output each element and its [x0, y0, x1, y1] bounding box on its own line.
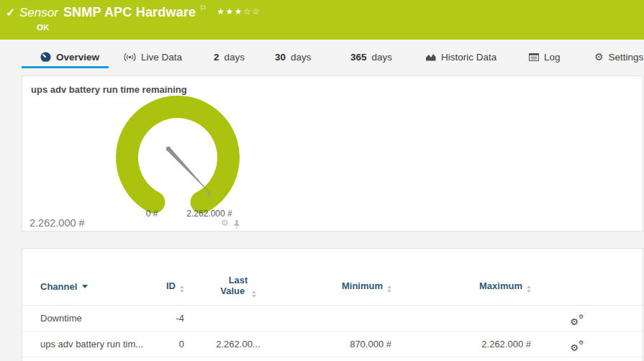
column-label: Channel: [40, 281, 77, 292]
tab-log[interactable]: Log: [529, 47, 561, 66]
area-chart-icon: [426, 53, 436, 61]
gear-icon-small: ⚙: [579, 314, 584, 320]
table-row-downtime[interactable]: Downtime -4 ⚙⚙: [22, 306, 643, 332]
channel-name[interactable]: ups adv battery run tim...: [22, 339, 155, 349]
channel-minimum: 870.000 #: [292, 339, 391, 349]
channel-id: -4: [155, 313, 184, 324]
gauge-chart: [100, 89, 255, 219]
gauge-arc: [127, 107, 229, 203]
tab-2-days[interactable]: 2 days: [214, 47, 245, 66]
tab-settings[interactable]: ⚙ Settings: [594, 47, 643, 66]
column-label: Last Value: [220, 275, 248, 296]
channel-id: 0: [155, 339, 184, 349]
tab-overview[interactable]: Overview: [40, 47, 99, 66]
tab-label: Log: [544, 52, 561, 63]
tab-label: Live Data: [141, 52, 182, 63]
gear-icon-small: ⚙: [579, 339, 584, 346]
gauge-scale-max: 2.262.000 #: [166, 209, 253, 219]
stars-empty[interactable]: ☆☆: [243, 6, 261, 17]
column-label: Maximum: [479, 280, 522, 291]
active-tab-underline: [22, 66, 109, 68]
gauge-settings-gear-icon[interactable]: ⚙: [221, 218, 229, 228]
tab-number: 365: [350, 52, 367, 63]
tab-label: Overview: [56, 52, 99, 63]
tab-label: Historic Data: [441, 52, 496, 63]
channel-maximum: 2.262.000 #: [391, 339, 531, 349]
tab-30-days[interactable]: 30 days: [275, 47, 312, 66]
channel-last-value: 2.262.00...: [184, 339, 292, 349]
gear-icon: ⚙: [594, 51, 604, 63]
channel-name[interactable]: Downtime: [22, 313, 155, 324]
sensor-title-line: SensorSNMP APC Hardware⚐★★★☆☆: [19, 4, 261, 20]
page-title: SNMP APC Hardware: [63, 5, 196, 19]
status-badge: OK: [37, 23, 49, 32]
object-kind-label: Sensor: [19, 6, 58, 19]
sensor-status-header: ✓ SensorSNMP APC Hardware⚐★★★☆☆ OK: [0, 0, 644, 40]
tab-label: days: [372, 52, 393, 63]
prtg-sensor-page: ✓ SensorSNMP APC Hardware⚐★★★☆☆ OK Overv…: [0, 0, 644, 361]
table-header-row: Channel ID Last Value Minimum Maximum: [22, 249, 643, 306]
log-icon: [529, 53, 539, 61]
column-label: ID: [166, 280, 176, 291]
mean-marker: x̄: [207, 191, 210, 199]
column-header-minimum[interactable]: Minimum: [292, 280, 391, 293]
priority-stars[interactable]: ★★★☆☆: [217, 6, 260, 17]
tab-number: 30: [275, 52, 286, 63]
tab-label: days: [291, 52, 312, 63]
column-header-last-value[interactable]: Last Value: [184, 275, 292, 298]
gauge-panel: ups adv battery run time remaining x̄ 0 …: [22, 76, 643, 232]
stars-filled[interactable]: ★★★: [217, 6, 243, 17]
gear-icon: ⚙: [570, 342, 579, 353]
tab-number: 2: [214, 52, 219, 63]
tab-label: Settings: [609, 52, 644, 63]
priority-flag-icon[interactable]: ⚐: [199, 4, 207, 12]
status-check-icon: ✓: [6, 6, 15, 19]
column-header-maximum[interactable]: Maximum: [391, 280, 531, 293]
sort-desc-icon: [82, 285, 88, 288]
column-label: Minimum: [342, 280, 383, 291]
tab-label: days: [225, 52, 245, 63]
tab-365-days[interactable]: 365 days: [350, 47, 392, 66]
sort-icon: [527, 285, 531, 293]
table-row-battery-runtime[interactable]: ups adv battery run tim... 0 2.262.00...…: [22, 332, 643, 357]
gauge-current-value: 2.262.000 #: [30, 217, 85, 229]
gauge-icon: [40, 52, 51, 63]
sort-icon: [252, 291, 256, 298]
pin-icon[interactable]: [233, 220, 240, 229]
tab-live-data[interactable]: Live Data: [124, 47, 182, 66]
channel-table-panel: Channel ID Last Value Minimum Maximum Do…: [22, 248, 643, 361]
gear-icon: ⚙: [570, 316, 579, 327]
tab-historic-data[interactable]: Historic Data: [426, 47, 496, 66]
column-header-channel[interactable]: Channel: [22, 281, 155, 292]
column-header-id[interactable]: ID: [155, 280, 184, 293]
tab-bar: Overview Live Data 2 days 30 days 365 da…: [0, 47, 644, 69]
gauge-needle: [167, 147, 212, 196]
live-data-icon: [124, 52, 136, 62]
